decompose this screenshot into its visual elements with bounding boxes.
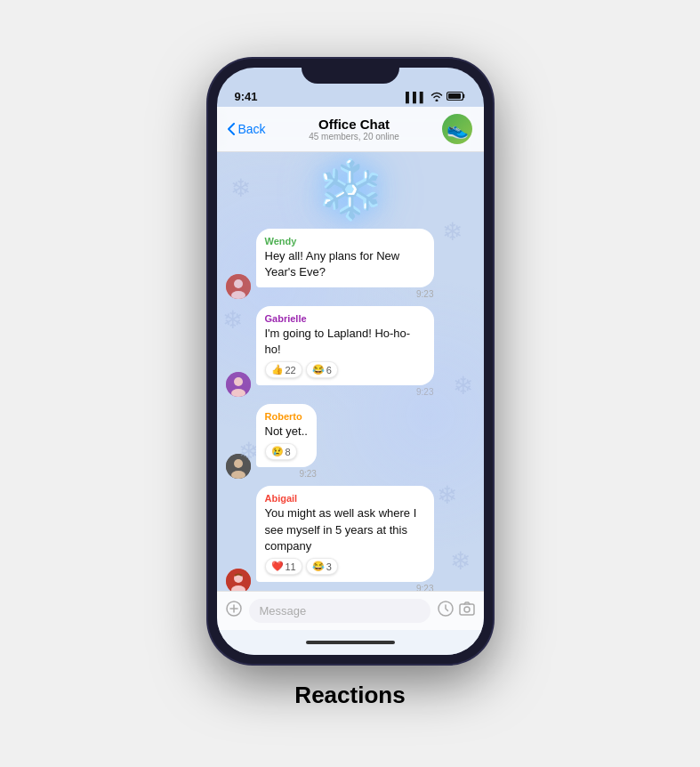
message-time: 9:23	[256, 289, 434, 299]
reaction-emoji: 👍	[271, 364, 284, 375]
page-title: Reactions	[294, 682, 405, 709]
phone-frame: 9:41 ▌▌▌	[208, 59, 493, 664]
reaction-count: 3	[326, 561, 332, 572]
svg-rect-1	[448, 93, 461, 99]
reaction-badge[interactable]: ❤️ 11	[265, 558, 302, 575]
svg-rect-19	[460, 604, 474, 615]
wifi-icon	[430, 91, 443, 103]
message-bubble: Gabrielle I'm going to Lapland! Ho-ho-ho…	[256, 306, 434, 385]
chat-subtitle: 45 members, 20 online	[309, 132, 399, 141]
message-input[interactable]: Message	[249, 599, 430, 623]
snowflake-sticker: ❄️	[226, 161, 475, 218]
message-bubble: Abigail You might as well ask where I se…	[256, 486, 434, 582]
message-bubble: Wendy Hey all! Any plans for New Year's …	[256, 229, 434, 287]
back-button[interactable]: Back	[228, 122, 266, 136]
chat-header: Back Office Chat 45 members, 20 online 👟	[217, 107, 484, 152]
message-time: 9:23	[256, 469, 317, 479]
message-text: Not yet..	[265, 424, 308, 440]
page-wrapper: 9:41 ▌▌▌	[190, 41, 511, 727]
home-bar	[306, 641, 395, 644]
svg-point-3	[234, 279, 243, 288]
avatar-abigail	[226, 569, 251, 591]
clock-icon[interactable]	[438, 601, 454, 620]
sender-name: Abigail	[265, 493, 425, 504]
reaction-badge[interactable]: 👍 22	[265, 361, 302, 378]
svg-point-9	[234, 459, 243, 468]
status-icons: ▌▌▌	[406, 91, 465, 103]
reactions-row: 😢 8	[265, 443, 308, 460]
phone-screen: 9:41 ▌▌▌	[217, 68, 484, 655]
message-text: You might as well ask where I see myself…	[265, 505, 425, 554]
reaction-emoji: 😂	[312, 561, 325, 572]
message-row: Abigail You might as well ask where I se…	[226, 486, 475, 590]
reaction-emoji: 😂	[312, 364, 325, 375]
notch	[302, 59, 399, 84]
message-text: I'm going to Lapland! Ho-ho-ho!	[265, 326, 425, 358]
sender-name: Wendy	[265, 236, 425, 246]
reaction-count: 11	[286, 561, 296, 572]
bubble-wrap: Wendy Hey all! Any plans for New Year's …	[256, 229, 434, 299]
camera-icon[interactable]	[459, 601, 475, 620]
avatar-gabrielle	[226, 372, 251, 397]
home-indicator	[217, 630, 484, 655]
svg-point-20	[464, 607, 470, 612]
sender-name: Roberto	[265, 411, 308, 422]
message-time: 9:23	[256, 387, 434, 397]
avatar-roberto	[226, 454, 251, 479]
reaction-badge[interactable]: 😂 3	[306, 558, 338, 575]
chat-header-center: Office Chat 45 members, 20 online	[309, 117, 399, 141]
reaction-emoji: ❤️	[271, 561, 284, 572]
reaction-count: 8	[286, 447, 291, 457]
attach-icon[interactable]	[226, 601, 242, 621]
message-row: Gabrielle I'm going to Lapland! Ho-ho-ho…	[226, 306, 475, 397]
bubble-wrap: Roberto Not yet.. 😢 8 9:23	[256, 404, 317, 479]
reactions-row: 👍 22 😂 6	[265, 361, 425, 378]
message-time: 9:23	[256, 584, 434, 591]
status-time: 9:41	[235, 90, 258, 103]
sender-name: Gabrielle	[265, 313, 425, 324]
message-bubble: Roberto Not yet.. 😢 8	[256, 404, 317, 467]
svg-point-6	[234, 377, 243, 386]
input-right-icons	[438, 601, 475, 620]
reaction-badge[interactable]: 😂 6	[306, 361, 338, 378]
input-bar: Message	[217, 591, 484, 630]
back-label: Back	[238, 122, 266, 136]
signal-icon: ▌▌▌	[406, 92, 426, 102]
bubble-wrap: Gabrielle I'm going to Lapland! Ho-ho-ho…	[256, 306, 434, 397]
reactions-row: ❤️ 11 😂 3	[265, 558, 425, 575]
reaction-emoji: 😢	[271, 446, 284, 457]
reaction-badge[interactable]: 😢 8	[265, 443, 297, 460]
message-row: Wendy Hey all! Any plans for New Year's …	[226, 229, 475, 299]
input-placeholder: Message	[260, 604, 307, 618]
group-avatar[interactable]: 👟	[442, 114, 472, 144]
chat-title: Office Chat	[309, 117, 399, 132]
bubble-wrap: Abigail You might as well ask where I se…	[256, 486, 434, 590]
message-text: Hey all! Any plans for New Year's Eve?	[265, 248, 425, 280]
message-row: Roberto Not yet.. 😢 8 9:23	[226, 404, 475, 479]
avatar-wendy	[226, 274, 251, 299]
battery-icon	[447, 91, 466, 103]
reaction-count: 22	[286, 365, 296, 375]
chat-area: ❄ ❄ ❄ ❄ ❄ ❄ ❄ ❄ ❄️	[217, 152, 484, 591]
reaction-count: 6	[326, 365, 332, 375]
